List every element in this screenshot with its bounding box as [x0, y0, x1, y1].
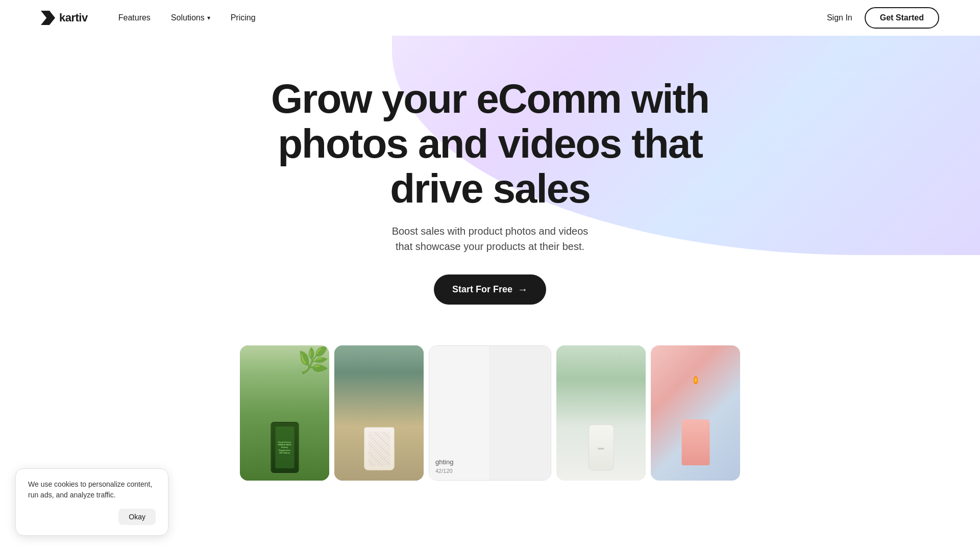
gallery-card-1: 🌿 Good GreensGREEN OATSDietary Supplemen…: [240, 345, 329, 481]
hero-headline: Grow your eComm with photos and videos t…: [260, 77, 720, 211]
plant-decoration: 🌿: [298, 345, 329, 375]
nav-features[interactable]: Features: [118, 13, 151, 22]
lighting-label: ghting: [435, 458, 453, 466]
navbar: kartiv Features Solutions ▾ Pricing Sign…: [0, 0, 980, 36]
gallery-card-3: ghting 42/120: [429, 345, 551, 481]
sign-in-button[interactable]: Sign In: [827, 13, 852, 22]
supplement-bottle: Good GreensGREEN OATSDietary Supplement1…: [271, 422, 299, 473]
candle-flame: [694, 376, 698, 384]
hero-subheadline: Boost sales with product photos and vide…: [383, 223, 597, 254]
start-for-free-button[interactable]: Start For Free →: [434, 274, 546, 305]
coffee-cup: [364, 427, 395, 470]
cookie-banner: We use cookies to personalize content, r…: [15, 468, 168, 536]
cookie-message: We use cookies to personalize content, r…: [28, 479, 156, 500]
cookie-okay-button[interactable]: Okay: [118, 509, 156, 525]
logo-text: kartiv: [59, 11, 88, 24]
product-gallery: 🌿 Good GreensGREEN OATSDietary Supplemen…: [0, 345, 980, 481]
card-right-panel: [490, 346, 551, 480]
start-btn-label: Start For Free: [452, 284, 512, 295]
arrow-icon: →: [518, 284, 528, 295]
candle-body: [681, 419, 709, 465]
nav-links: Features Solutions ▾ Pricing: [118, 13, 827, 22]
nav-actions: Sign In Get Started: [827, 7, 939, 29]
logo[interactable]: kartiv: [41, 11, 88, 25]
photo-counter: 42/120: [435, 468, 453, 474]
nav-pricing[interactable]: Pricing: [231, 13, 256, 22]
gallery-card-4: kartiv: [556, 345, 646, 481]
kartiv-brand-label: kartiv: [598, 447, 604, 450]
get-started-button[interactable]: Get Started: [865, 7, 939, 29]
logo-icon: [41, 11, 55, 25]
gallery-card-5: [651, 345, 740, 481]
gallery-card-2: [334, 345, 424, 481]
hero-section: Grow your eComm with photos and videos t…: [0, 36, 980, 335]
nav-solutions[interactable]: Solutions ▾: [171, 13, 210, 22]
chevron-down-icon: ▾: [207, 14, 210, 21]
